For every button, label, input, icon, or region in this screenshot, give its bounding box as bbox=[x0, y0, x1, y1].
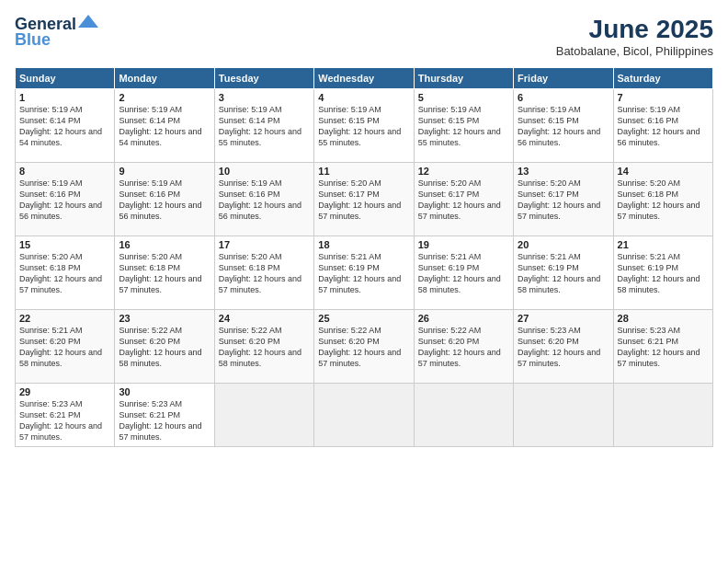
table-cell bbox=[514, 384, 613, 447]
day-info: Sunrise: 5:20 AMSunset: 6:18 PMDaylight:… bbox=[19, 251, 110, 296]
table-row: 1Sunrise: 5:19 AMSunset: 6:14 PMDaylight… bbox=[16, 89, 713, 163]
table-row: 8Sunrise: 5:19 AMSunset: 6:16 PMDaylight… bbox=[16, 163, 713, 236]
table-cell bbox=[214, 384, 313, 447]
day-number: 18 bbox=[318, 239, 409, 250]
logo: General Blue bbox=[15, 15, 98, 50]
day-number: 28 bbox=[618, 313, 709, 324]
calendar-header-row: Sunday Monday Tuesday Wednesday Thursday… bbox=[16, 68, 713, 89]
col-friday: Friday bbox=[514, 68, 613, 89]
day-info: Sunrise: 5:19 AMSunset: 6:14 PMDaylight:… bbox=[19, 104, 110, 149]
day-number: 14 bbox=[618, 166, 709, 177]
day-number: 15 bbox=[19, 239, 110, 250]
table-cell: 20Sunrise: 5:21 AMSunset: 6:19 PMDayligh… bbox=[514, 236, 613, 310]
col-wednesday: Wednesday bbox=[314, 68, 414, 89]
day-number: 8 bbox=[19, 166, 110, 177]
table-cell: 24Sunrise: 5:22 AMSunset: 6:20 PMDayligh… bbox=[214, 310, 313, 384]
day-number: 25 bbox=[318, 313, 409, 324]
day-info: Sunrise: 5:19 AMSunset: 6:15 PMDaylight:… bbox=[518, 104, 609, 149]
table-cell bbox=[314, 384, 414, 447]
day-number: 2 bbox=[119, 92, 210, 103]
day-info: Sunrise: 5:19 AMSunset: 6:14 PMDaylight:… bbox=[219, 104, 310, 149]
day-number: 1 bbox=[19, 92, 110, 103]
day-number: 27 bbox=[518, 313, 609, 324]
table-cell: 16Sunrise: 5:20 AMSunset: 6:18 PMDayligh… bbox=[115, 236, 214, 310]
page: General Blue June 2025 Batobalane, Bicol… bbox=[0, 0, 728, 563]
table-cell: 17Sunrise: 5:20 AMSunset: 6:18 PMDayligh… bbox=[214, 236, 313, 310]
title-area: June 2025 Batobalane, Bicol, Philippines bbox=[556, 15, 713, 58]
header: General Blue June 2025 Batobalane, Bicol… bbox=[15, 15, 713, 58]
day-info: Sunrise: 5:19 AMSunset: 6:15 PMDaylight:… bbox=[418, 104, 509, 149]
day-info: Sunrise: 5:19 AMSunset: 6:15 PMDaylight:… bbox=[318, 104, 409, 149]
location: Batobalane, Bicol, Philippines bbox=[556, 44, 713, 58]
table-cell: 11Sunrise: 5:20 AMSunset: 6:17 PMDayligh… bbox=[314, 163, 414, 236]
day-info: Sunrise: 5:19 AMSunset: 6:16 PMDaylight:… bbox=[19, 178, 110, 223]
day-number: 7 bbox=[618, 92, 709, 103]
table-cell: 7Sunrise: 5:19 AMSunset: 6:16 PMDaylight… bbox=[613, 89, 712, 163]
day-info: Sunrise: 5:21 AMSunset: 6:19 PMDaylight:… bbox=[518, 251, 609, 296]
table-cell: 2Sunrise: 5:19 AMSunset: 6:14 PMDaylight… bbox=[115, 89, 214, 163]
table-cell: 22Sunrise: 5:21 AMSunset: 6:20 PMDayligh… bbox=[16, 310, 115, 384]
table-cell: 9Sunrise: 5:19 AMSunset: 6:16 PMDaylight… bbox=[115, 163, 214, 236]
day-info: Sunrise: 5:22 AMSunset: 6:20 PMDaylight:… bbox=[119, 325, 210, 370]
day-info: Sunrise: 5:20 AMSunset: 6:18 PMDaylight:… bbox=[618, 178, 709, 223]
day-number: 9 bbox=[119, 166, 210, 177]
table-cell bbox=[613, 384, 712, 447]
day-info: Sunrise: 5:20 AMSunset: 6:18 PMDaylight:… bbox=[219, 251, 310, 296]
table-cell: 8Sunrise: 5:19 AMSunset: 6:16 PMDaylight… bbox=[16, 163, 115, 236]
day-number: 26 bbox=[418, 313, 509, 324]
table-cell: 10Sunrise: 5:19 AMSunset: 6:16 PMDayligh… bbox=[214, 163, 313, 236]
day-info: Sunrise: 5:21 AMSunset: 6:19 PMDaylight:… bbox=[318, 251, 409, 296]
day-number: 21 bbox=[618, 239, 709, 250]
day-info: Sunrise: 5:19 AMSunset: 6:14 PMDaylight:… bbox=[119, 104, 210, 149]
day-number: 23 bbox=[119, 313, 210, 324]
day-info: Sunrise: 5:21 AMSunset: 6:20 PMDaylight:… bbox=[19, 325, 110, 370]
day-number: 3 bbox=[219, 92, 310, 103]
table-cell: 15Sunrise: 5:20 AMSunset: 6:18 PMDayligh… bbox=[16, 236, 115, 310]
day-info: Sunrise: 5:21 AMSunset: 6:19 PMDaylight:… bbox=[418, 251, 509, 296]
day-number: 10 bbox=[219, 166, 310, 177]
table-cell: 29Sunrise: 5:23 AMSunset: 6:21 PMDayligh… bbox=[16, 384, 115, 447]
day-info: Sunrise: 5:23 AMSunset: 6:21 PMDaylight:… bbox=[119, 398, 210, 443]
day-number: 16 bbox=[119, 239, 210, 250]
table-cell: 14Sunrise: 5:20 AMSunset: 6:18 PMDayligh… bbox=[613, 163, 712, 236]
day-info: Sunrise: 5:22 AMSunset: 6:20 PMDaylight:… bbox=[418, 325, 509, 370]
day-number: 13 bbox=[518, 166, 609, 177]
day-number: 20 bbox=[518, 239, 609, 250]
day-number: 11 bbox=[318, 166, 409, 177]
logo-blue: Blue bbox=[15, 30, 51, 50]
day-info: Sunrise: 5:20 AMSunset: 6:17 PMDaylight:… bbox=[518, 178, 609, 223]
day-number: 4 bbox=[318, 92, 409, 103]
day-info: Sunrise: 5:23 AMSunset: 6:21 PMDaylight:… bbox=[618, 325, 709, 370]
day-info: Sunrise: 5:20 AMSunset: 6:17 PMDaylight:… bbox=[418, 178, 509, 223]
day-info: Sunrise: 5:23 AMSunset: 6:21 PMDaylight:… bbox=[19, 398, 110, 443]
day-number: 6 bbox=[518, 92, 609, 103]
day-info: Sunrise: 5:19 AMSunset: 6:16 PMDaylight:… bbox=[618, 104, 709, 149]
table-cell: 5Sunrise: 5:19 AMSunset: 6:15 PMDaylight… bbox=[414, 89, 513, 163]
day-info: Sunrise: 5:20 AMSunset: 6:18 PMDaylight:… bbox=[119, 251, 210, 296]
table-cell: 12Sunrise: 5:20 AMSunset: 6:17 PMDayligh… bbox=[414, 163, 513, 236]
day-info: Sunrise: 5:22 AMSunset: 6:20 PMDaylight:… bbox=[318, 325, 409, 370]
day-number: 30 bbox=[119, 386, 210, 397]
svg-marker-0 bbox=[78, 15, 98, 28]
calendar-table: Sunday Monday Tuesday Wednesday Thursday… bbox=[15, 67, 713, 447]
day-info: Sunrise: 5:20 AMSunset: 6:17 PMDaylight:… bbox=[318, 178, 409, 223]
table-cell: 1Sunrise: 5:19 AMSunset: 6:14 PMDaylight… bbox=[16, 89, 115, 163]
col-saturday: Saturday bbox=[613, 68, 712, 89]
table-row: 15Sunrise: 5:20 AMSunset: 6:18 PMDayligh… bbox=[16, 236, 713, 310]
day-number: 17 bbox=[219, 239, 310, 250]
logo-icon bbox=[78, 15, 98, 28]
table-cell: 25Sunrise: 5:22 AMSunset: 6:20 PMDayligh… bbox=[314, 310, 414, 384]
month-title: June 2025 bbox=[556, 15, 713, 44]
day-info: Sunrise: 5:21 AMSunset: 6:19 PMDaylight:… bbox=[618, 251, 709, 296]
table-cell: 21Sunrise: 5:21 AMSunset: 6:19 PMDayligh… bbox=[613, 236, 712, 310]
day-number: 12 bbox=[418, 166, 509, 177]
day-info: Sunrise: 5:23 AMSunset: 6:20 PMDaylight:… bbox=[518, 325, 609, 370]
col-sunday: Sunday bbox=[16, 68, 115, 89]
table-cell: 18Sunrise: 5:21 AMSunset: 6:19 PMDayligh… bbox=[314, 236, 414, 310]
day-info: Sunrise: 5:22 AMSunset: 6:20 PMDaylight:… bbox=[219, 325, 310, 370]
day-number: 24 bbox=[219, 313, 310, 324]
day-number: 19 bbox=[418, 239, 509, 250]
day-number: 5 bbox=[418, 92, 509, 103]
table-cell: 30Sunrise: 5:23 AMSunset: 6:21 PMDayligh… bbox=[115, 384, 214, 447]
table-row: 29Sunrise: 5:23 AMSunset: 6:21 PMDayligh… bbox=[16, 384, 713, 447]
